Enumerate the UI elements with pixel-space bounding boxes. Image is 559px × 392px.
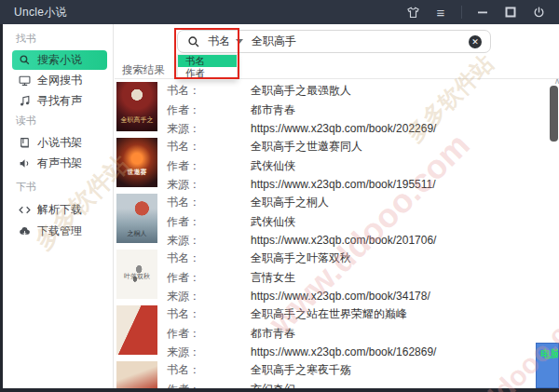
book-author: 都市青春 [251, 327, 295, 341]
book-icon [19, 137, 31, 149]
title-label: 书名： [167, 84, 198, 98]
window-title: Uncle小说 [14, 5, 67, 20]
titlebar-separator [461, 6, 462, 19]
author-label: 作者： [167, 327, 198, 341]
sidebar-item-label: 解析下载 [37, 202, 82, 218]
book-author: 玄幻奇幻 [251, 383, 295, 388]
sidebar-item-label: 寻找有声 [37, 93, 82, 109]
author-label: 作者： [167, 159, 198, 173]
sidebar-item-search-novel[interactable]: 搜索小说 [12, 50, 107, 70]
search-icon [19, 54, 31, 66]
scrollbar-thumb[interactable] [550, 86, 558, 142]
main-content: 书名 ✕ 书名 作者 搜索结果 全职高手之 书名：全职高手之最强散人 作者：都市… [115, 24, 559, 388]
title-label: 书名： [167, 363, 198, 377]
sidebar-section-read: 读书 [16, 114, 36, 128]
badge-text: 电脑 [540, 347, 558, 361]
book-source-url: https://www.x23qb.com/book/162869/ [251, 345, 436, 359]
book-list-item[interactable]: 叶落双秋 书名：全职高手之叶落双秋 作者：言情女生 来源：https://www… [115, 250, 552, 305]
book-list-item[interactable]: 书名：全职高手之寒夜千殇 作者：玄幻奇幻 [115, 361, 552, 388]
sidebar-item-label: 全网搜书 [37, 73, 82, 88]
book-list-item[interactable]: 之桐人 书名：全职高手之桐人 作者：武侠仙侠 来源：https://www.x2… [115, 194, 552, 250]
book-author: 武侠仙侠 [251, 215, 295, 229]
sidebar-section-find: 找书 [16, 32, 36, 46]
close-power-button[interactable] [531, 5, 546, 20]
book-source-url: https://www.x23qb.com/book/201706/ [251, 234, 436, 248]
desktop-badge[interactable]: 电脑 [536, 343, 559, 388]
author-label: 作者： [167, 215, 198, 229]
book-list-item[interactable]: 全职高手之 书名：全职高手之最强散人 作者：都市青春 来源：https://ww… [115, 82, 552, 138]
code-icon [19, 204, 31, 216]
menu-icon[interactable]: ≡ [433, 5, 448, 20]
sidebar-item-label: 搜索小说 [37, 52, 82, 68]
sidebar: 找书 搜索小说 全网搜书 寻找有声 读书 小说书架 [3, 24, 114, 388]
sidebar-item-web-search[interactable]: 全网搜书 [12, 71, 107, 90]
chevron-down-icon [236, 39, 243, 44]
search-field-selector[interactable]: 书名 [208, 34, 243, 49]
cloud-download-icon [19, 225, 31, 237]
selected-field-label: 书名 [208, 34, 230, 49]
book-source-url: https://www.x23qb.com/book/195511/ [251, 178, 436, 192]
book-cover: 世邀赛 [116, 138, 157, 187]
book-author: 言情女生 [251, 271, 295, 285]
book-title: 全职高手之桐人 [251, 196, 329, 210]
monitor-icon [19, 74, 31, 87]
title-label: 书名： [167, 140, 198, 154]
book-list-item[interactable]: 世邀赛 书名：全职高手之世邀赛同人 作者：武侠仙侠 来源：https://www… [115, 138, 552, 194]
results-label: 搜索结果 [122, 63, 165, 77]
book-author: 武侠仙侠 [251, 159, 295, 173]
book-cover [116, 361, 157, 388]
sidebar-item-novel-shelf[interactable]: 小说书架 [12, 133, 107, 153]
music-note-icon [19, 95, 31, 107]
sidebar-item-label: 下载管理 [37, 223, 82, 239]
search-bar[interactable]: 书名 ✕ [177, 30, 491, 53]
sidebar-item-download-manager[interactable]: 下载管理 [12, 222, 107, 241]
search-results-list: 全职高手之 书名：全职高手之最强散人 作者：都市青春 来源：https://ww… [115, 82, 552, 388]
book-cover: 之桐人 [116, 194, 157, 243]
book-source-url: https://www.x23qb.com/book/34178/ [251, 290, 430, 304]
title-label: 书名： [167, 251, 198, 265]
author-label: 作者： [167, 271, 198, 285]
book-title: 全职高手之寒夜千殇 [251, 363, 351, 377]
dropdown-option-title[interactable]: 书名 [178, 55, 237, 67]
search-icon [187, 35, 200, 48]
book-list-item[interactable]: 书名：全职高手之站在世界荣耀的巅峰 作者：都市青春 来源：https://www… [115, 305, 552, 361]
speaker-icon [19, 157, 31, 169]
author-label: 作者： [167, 383, 198, 388]
maximize-button[interactable] [503, 5, 518, 20]
source-label: 来源： [167, 234, 198, 248]
book-title: 全职高手之最强散人 [251, 84, 351, 98]
book-source-url: https://www.x23qb.com/book/202269/ [251, 122, 436, 136]
sidebar-item-label: 有声书架 [37, 155, 82, 171]
source-label: 来源： [167, 345, 198, 359]
book-cover [116, 305, 157, 355]
book-author: 都市青春 [251, 103, 295, 117]
book-title: 全职高手之站在世界荣耀的巅峰 [251, 307, 407, 321]
search-input[interactable] [252, 35, 469, 48]
titlebar: Uncle小说 ≡ [0, 0, 559, 24]
book-title: 全职高手之叶落双秋 [251, 251, 351, 265]
theme-skin-icon[interactable] [405, 5, 420, 20]
sidebar-item-label: 小说书架 [37, 135, 82, 151]
book-title: 全职高手之世邀赛同人 [251, 140, 362, 154]
title-label: 书名： [167, 307, 198, 321]
source-label: 来源： [167, 178, 198, 192]
sidebar-item-audio-shelf[interactable]: 有声书架 [12, 154, 107, 173]
source-label: 来源： [167, 122, 198, 136]
title-label: 书名： [167, 196, 198, 210]
source-label: 来源： [167, 290, 198, 304]
sidebar-item-parse-download[interactable]: 解析下载 [12, 200, 107, 220]
scroll-up-arrow-icon[interactable]: ∧ [552, 76, 559, 86]
author-label: 作者： [167, 103, 198, 117]
search-field-dropdown: 书名 作者 [177, 54, 238, 80]
book-cover: 全职高手之 [116, 82, 157, 131]
minimize-button[interactable] [475, 5, 490, 20]
dropdown-option-author[interactable]: 作者 [178, 67, 237, 79]
sidebar-section-download: 下书 [16, 180, 36, 194]
clear-search-icon[interactable]: ✕ [469, 35, 482, 48]
book-cover: 叶落双秋 [116, 250, 157, 299]
sidebar-item-find-audio[interactable]: 寻找有声 [12, 91, 107, 111]
app-window: Uncle小说 ≡ 找书 [0, 0, 559, 392]
